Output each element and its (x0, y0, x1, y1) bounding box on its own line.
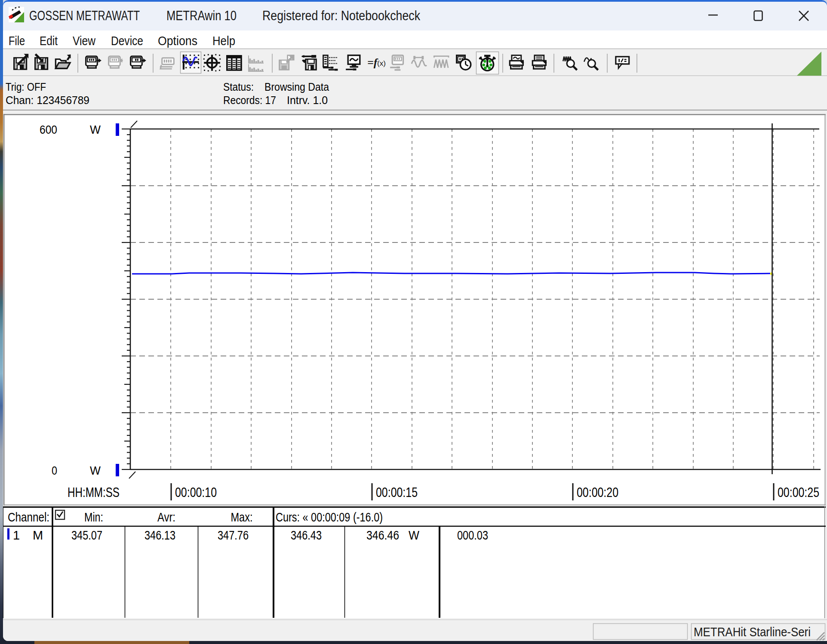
svg-text:(x): (x) (377, 59, 386, 67)
svg-text:Chan: 123456789: Chan: 123456789 (6, 94, 89, 107)
svg-text:Intrv. 1.0: Intrv. 1.0 (287, 94, 328, 107)
svg-text:M: M (33, 528, 43, 542)
svg-text:346.13: 346.13 (144, 528, 175, 542)
svg-text:600: 600 (40, 123, 57, 136)
svg-text:0: 0 (52, 464, 57, 477)
svg-text:347.76: 347.76 (218, 528, 249, 542)
svg-text:000.03: 000.03 (457, 528, 488, 542)
svg-text:W: W (409, 528, 420, 542)
svg-text:METRAHit Starline-Seri: METRAHit Starline-Seri (694, 625, 811, 639)
svg-text:HH:MM:SS: HH:MM:SS (68, 485, 120, 500)
svg-text:345.07: 345.07 (71, 528, 102, 542)
svg-text:346.43: 346.43 (291, 528, 322, 542)
svg-text:346.46: 346.46 (366, 528, 399, 542)
svg-text:Edit: Edit (40, 34, 58, 48)
svg-text:Help: Help (212, 34, 235, 48)
svg-text:Channel:: Channel: (8, 510, 49, 524)
svg-text:1: 1 (13, 528, 20, 542)
svg-text:Trig: OFF: Trig: OFF (6, 80, 46, 93)
svg-text:Browsing Data: Browsing Data (264, 80, 329, 93)
svg-text:00:00:20: 00:00:20 (577, 485, 618, 500)
svg-text:00:00:15: 00:00:15 (376, 485, 418, 500)
svg-text:Options: Options (158, 34, 197, 48)
svg-text:View: View (73, 34, 96, 48)
svg-text:00:00:25: 00:00:25 (778, 485, 819, 500)
svg-text:Records: 17: Records: 17 (223, 94, 276, 107)
svg-text:Min:: Min: (84, 510, 103, 524)
svg-text:W: W (90, 464, 101, 477)
svg-text:Device: Device (111, 34, 143, 48)
svg-text:Max:: Max: (231, 510, 253, 524)
svg-text:Curs: « 00:00:09 (-16.0): Curs: « 00:00:09 (-16.0) (276, 510, 383, 524)
svg-text:00:00:10: 00:00:10 (175, 485, 217, 500)
svg-text:Registered for: Notebookcheck: Registered for: Notebookcheck (262, 8, 420, 23)
svg-text:W: W (90, 123, 101, 136)
svg-text:Status:: Status: (223, 80, 254, 93)
svg-text:GOSSEN METRAWATT: GOSSEN METRAWATT (29, 8, 140, 23)
svg-text:=f: =f (367, 56, 378, 69)
svg-text:Avr:: Avr: (157, 510, 175, 524)
svg-text:METRAwin 10: METRAwin 10 (166, 8, 237, 23)
svg-text:File: File (9, 34, 25, 48)
